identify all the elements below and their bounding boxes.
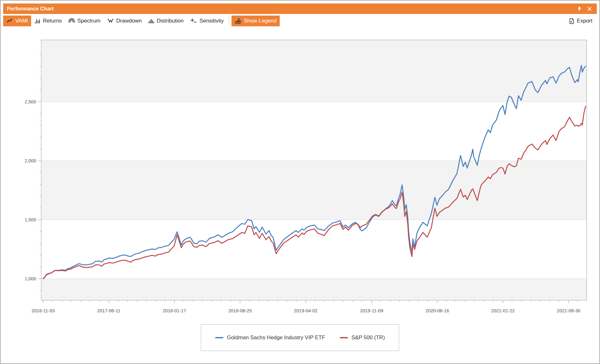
tab-sensitivity-label: Sensitivity	[199, 18, 224, 24]
tab-spectrum-label: Spectrum	[77, 18, 101, 24]
performance-chart-window: 1,0001,5002,0002,5002016-11-032017-06-11…	[0, 0, 600, 364]
histogram-icon	[148, 18, 154, 24]
vami-chart-plot[interactable]: 1,0001,5002,0002,5002016-11-032017-06-11…	[1, 1, 599, 363]
bar-chart-icon	[34, 18, 41, 24]
close-icon[interactable]	[587, 6, 592, 12]
svg-text:2,000: 2,000	[25, 158, 36, 163]
legend-label-sp500: S&P 500 (TR)	[351, 335, 385, 341]
valley-w-icon	[107, 18, 114, 24]
title-bar: Performance Chart	[3, 3, 597, 14]
svg-text:2018-01-17: 2018-01-17	[163, 308, 186, 313]
x-axis: 2016-11-032017-06-112018-01-172018-08-25…	[31, 300, 580, 313]
toolbar-separator	[229, 17, 229, 25]
window-title: Performance Chart	[3, 6, 54, 12]
svg-text:1,000: 1,000	[25, 276, 36, 281]
pin-icon[interactable]	[577, 6, 582, 12]
legend-item-sp500: S&P 500 (TR)	[340, 335, 385, 341]
y-axis: 1,0001,5002,0002,500	[25, 55, 41, 290]
tab-sensitivity[interactable]: Sensitivity	[187, 16, 227, 26]
svg-text:x: x	[571, 20, 572, 23]
tab-distribution-label: Distribution	[157, 18, 184, 24]
legend-swatch-blue	[215, 337, 223, 338]
svg-text:2019-04-02: 2019-04-02	[294, 308, 317, 313]
tab-returns[interactable]: Returns	[31, 16, 65, 26]
shapes-icon	[235, 18, 241, 24]
tab-drawdown-label: Drawdown	[116, 18, 142, 24]
vami-chart-svg[interactable]: 1,0001,5002,0002,5002016-11-032017-06-11…	[1, 1, 600, 364]
svg-text:2017-06-11: 2017-06-11	[97, 308, 120, 313]
svg-text:2019-11-09: 2019-11-09	[360, 308, 383, 313]
tab-distribution[interactable]: Distribution	[145, 16, 187, 26]
excel-document-icon: x	[568, 18, 575, 24]
chart-toolbar: VAMI Returns Spectrum Drawdown	[3, 15, 597, 27]
legend-item-vip-etf: Goldman Sachs Hedge Industry VIP ETF	[215, 335, 325, 341]
trend-line-arrow-icon	[6, 18, 13, 24]
legend-swatch-red	[340, 337, 348, 338]
svg-text:2,500: 2,500	[25, 99, 36, 104]
svg-text:1,500: 1,500	[25, 217, 36, 222]
tab-spectrum[interactable]: Spectrum	[65, 16, 104, 26]
plus-dash-icon	[190, 18, 197, 24]
export-button[interactable]: x Export	[565, 16, 596, 26]
legend-label-vip-etf: Goldman Sachs Hedge Industry VIP ETF	[227, 335, 325, 341]
svg-text:2021-08-30: 2021-08-30	[557, 308, 580, 313]
export-label: Export	[577, 18, 592, 24]
tab-vami-label: VAMI	[15, 18, 28, 24]
svg-text:2021-01-22: 2021-01-22	[491, 308, 515, 313]
chart-legend: Goldman Sachs Hedge Industry VIP ETF S&P…	[201, 324, 399, 351]
tab-drawdown[interactable]: Drawdown	[104, 16, 145, 26]
concentric-arcs-icon	[68, 18, 75, 24]
show-legend-label: Show Legend	[244, 18, 277, 24]
show-legend-button[interactable]: Show Legend	[232, 16, 280, 26]
tab-returns-label: Returns	[43, 18, 62, 24]
svg-text:2020-06-16: 2020-06-16	[426, 308, 449, 313]
svg-text:2016-11-03: 2016-11-03	[31, 308, 55, 313]
tab-vami[interactable]: VAMI	[3, 16, 31, 26]
svg-text:2018-08-25: 2018-08-25	[228, 308, 252, 313]
